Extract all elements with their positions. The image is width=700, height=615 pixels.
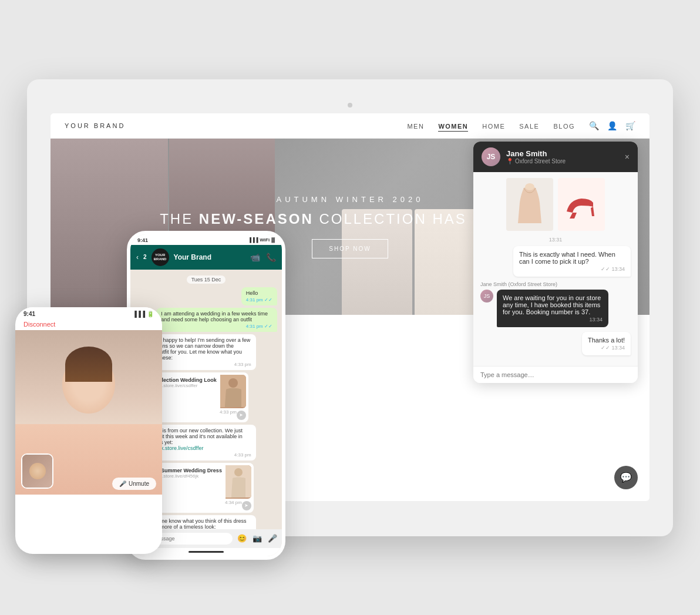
location-icon: 📍 bbox=[506, 158, 513, 164]
chat-agent-name: Jane Smith bbox=[506, 149, 619, 158]
chat-msg-thanks: Thanks a lot! ✓✓ 13:34 bbox=[480, 332, 631, 355]
heel-svg bbox=[564, 188, 599, 220]
pip-video bbox=[21, 453, 53, 489]
wa-time-2: 4:31 pm ✓✓ bbox=[161, 324, 272, 329]
wa-forward-icon-1[interactable]: ➤ bbox=[237, 411, 246, 420]
search-icon[interactable]: 🔍 bbox=[589, 121, 599, 130]
website-nav: YOUR BRAND MEN WOMEN HOME SALE BLOG 🔍 👤 … bbox=[51, 113, 649, 139]
nav-item-home[interactable]: HOME bbox=[482, 120, 505, 131]
unmute-button[interactable]: 🎤 Unmute bbox=[112, 478, 156, 490]
svg-point-2 bbox=[228, 378, 238, 388]
phone-video-call: 9:41 ▐▐▐ 🔋 Disconnect 🎤 Unmute bbox=[15, 307, 162, 554]
chat-time-4: ✓✓ 13:34 bbox=[588, 345, 625, 351]
chat-float-icon: 💬 bbox=[620, 472, 632, 483]
wa-wifi-icon: WiFi bbox=[260, 237, 270, 243]
chat-header-info: Jane Smith 📍 Oxford Street Store bbox=[506, 149, 619, 164]
wa-status-bar: 9:41 ▐▐▐ WiFi ▓ bbox=[130, 234, 282, 245]
chat-agent-avatar-sm: JS bbox=[480, 290, 493, 303]
video-main-area: 🎤 Unmute bbox=[15, 330, 162, 495]
brand-logo: YOUR BRAND bbox=[65, 122, 125, 129]
wa-contact-name: Your Brand bbox=[174, 253, 245, 261]
chat-sender-label: Jane Smith (Oxford Street Store) bbox=[480, 281, 631, 287]
wa-forward-icon-2[interactable]: ➤ bbox=[242, 501, 251, 510]
chat-messages: 13:31 This is exactly what I need. When … bbox=[473, 172, 638, 366]
wa-msg-out-1: Hello 4:31 pm ✓✓ bbox=[241, 287, 277, 305]
wa-sticker-icon[interactable]: 😊 bbox=[237, 534, 247, 543]
dress-svg bbox=[515, 182, 544, 226]
chat-bubble-thanks: Thanks a lot! ✓✓ 13:34 bbox=[582, 332, 631, 355]
chat-time-2: ✓✓ 13:34 bbox=[519, 266, 625, 272]
nav-item-women[interactable]: WOMEN bbox=[438, 120, 468, 131]
wa-time: 9:41 bbox=[137, 237, 148, 243]
nav-item-blog[interactable]: BLOG bbox=[553, 120, 575, 131]
disconnect-button[interactable]: Disconnect bbox=[15, 318, 162, 330]
phone-video-status-icons: ▐▐▐ 🔋 bbox=[133, 311, 154, 317]
wa-battery-icon: ▓ bbox=[271, 237, 275, 243]
phone-video-time: 9:41 bbox=[23, 311, 35, 317]
unmute-label: Unmute bbox=[129, 480, 149, 487]
chat-input-field[interactable] bbox=[480, 371, 631, 378]
wa-input-right-icons: 😊 📷 🎤 bbox=[237, 534, 277, 543]
svg-point-0 bbox=[525, 183, 534, 190]
card-img-svg-2 bbox=[226, 465, 251, 498]
shop-now-button[interactable]: SHOP NOW bbox=[312, 239, 388, 258]
wa-msg-out-2: I am attending a wedding in a few weeks … bbox=[156, 308, 277, 332]
signal-icon: ▐▐▐ bbox=[133, 311, 145, 317]
wa-contact-info: Your Brand bbox=[174, 253, 245, 261]
card-img-svg-1 bbox=[220, 375, 246, 407]
hero-title-highlight: NEW-SEASON bbox=[199, 211, 314, 227]
wa-link-card-img-1 bbox=[220, 375, 246, 408]
laptop-frame: YOUR BRAND MEN WOMEN HOME SALE BLOG 🔍 👤 … bbox=[27, 79, 673, 536]
wa-home-bar bbox=[189, 551, 224, 553]
chat-bubble-agent-1: We are waiting for you in our store any … bbox=[497, 290, 608, 327]
hero-title-prefix: THE bbox=[160, 211, 199, 227]
cart-icon[interactable]: 🛒 bbox=[625, 121, 635, 130]
wa-header: ‹ 2 YOURBRAND Your Brand 📹 📞 bbox=[130, 245, 282, 270]
nav-item-men[interactable]: MEN bbox=[407, 120, 424, 131]
chat-float-button[interactable]: 💬 bbox=[614, 466, 638, 489]
wa-video-call-icon[interactable]: 📹 bbox=[250, 253, 260, 262]
chat-msg-agent-1: JS We are waiting for you in our store a… bbox=[480, 290, 631, 327]
wa-back-button[interactable]: ‹ bbox=[136, 253, 139, 261]
person-hair bbox=[65, 347, 112, 382]
chat-close-button[interactable]: × bbox=[625, 152, 630, 162]
wa-header-icons: 📹 📞 bbox=[250, 253, 276, 262]
wa-phone-icon[interactable]: 📞 bbox=[266, 253, 276, 262]
wa-link-card-img-2 bbox=[226, 465, 251, 499]
battery-icon: 🔋 bbox=[147, 311, 154, 317]
product-image-heel bbox=[558, 178, 605, 231]
wa-signal: ▐▐▐ bbox=[248, 237, 258, 243]
user-icon[interactable]: 👤 bbox=[607, 121, 617, 130]
chat-input-area bbox=[473, 366, 638, 383]
chat-bubble-customer-1: This is exactly what I need. When can I … bbox=[513, 246, 631, 277]
mic-icon: 🎤 bbox=[119, 480, 126, 487]
chat-product-images bbox=[480, 178, 631, 231]
pip-face bbox=[29, 463, 46, 479]
chat-time-3: 13:34 bbox=[503, 317, 603, 322]
wa-brand-avatar: YOURBRAND bbox=[152, 248, 169, 266]
chat-agent-location: 📍 Oxford Street Store bbox=[506, 158, 619, 164]
svg-point-4 bbox=[234, 468, 243, 476]
chat-header: JS Jane Smith 📍 Oxford Street Store × bbox=[473, 142, 638, 172]
wa-camera-icon[interactable]: 📷 bbox=[253, 534, 262, 543]
chat-widget: JS Jane Smith 📍 Oxford Street Store × bbox=[473, 142, 638, 383]
wa-time-1: 4:31 pm ✓✓ bbox=[246, 297, 272, 303]
nav-links: MEN WOMEN HOME SALE BLOG bbox=[407, 120, 575, 131]
pip-person bbox=[22, 455, 52, 488]
nav-icons: 🔍 👤 🛒 bbox=[589, 121, 635, 130]
chat-time-1: 13:31 bbox=[480, 237, 631, 243]
phone-video-status-bar: 9:41 ▐▐▐ 🔋 bbox=[15, 307, 162, 318]
chat-msg-customer-1: This is exactly what I need. When can I … bbox=[480, 246, 631, 277]
wa-date-badge: Tues 15 Dec bbox=[187, 275, 226, 284]
product-image-dress bbox=[506, 178, 553, 231]
wa-unread-count: 2 bbox=[143, 254, 147, 260]
chat-agent-avatar: JS bbox=[482, 147, 500, 166]
wa-status-icons: ▐▐▐ WiFi ▓ bbox=[248, 237, 275, 243]
nav-item-sale[interactable]: SALE bbox=[519, 120, 539, 131]
wa-mic-icon[interactable]: 🎤 bbox=[268, 534, 277, 543]
laptop-camera bbox=[348, 103, 352, 107]
